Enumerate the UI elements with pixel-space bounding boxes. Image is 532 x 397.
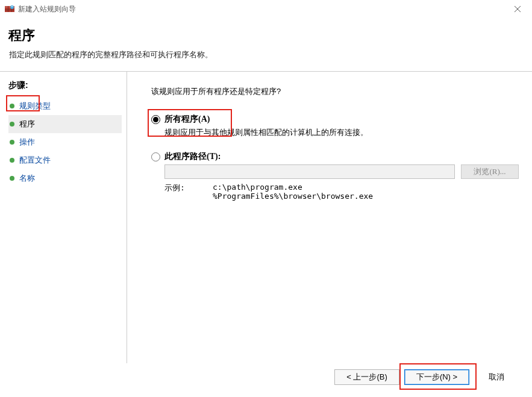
browse-button[interactable]: 浏览(R)... — [461, 164, 519, 179]
option-program-path-label: 此程序路径(T): — [164, 151, 221, 162]
example-row: 示例: c:\path\program.exe %ProgramFiles%\b… — [164, 183, 519, 201]
wizard-window: 新建入站规则向导 程序 指定此规则匹配的程序的完整程序路径和可执行程序名称。 步… — [0, 0, 532, 397]
program-path-row: 浏览(R)... — [164, 164, 519, 179]
cancel-button[interactable]: 取消 — [474, 369, 519, 385]
svg-rect-3 — [8, 6, 8, 12]
page-title: 程序 — [8, 27, 524, 45]
step-profile[interactable]: 配置文件 — [8, 151, 122, 169]
question-text: 该规则应用于所有程序还是特定程序? — [151, 86, 519, 97]
next-button[interactable]: 下一步(N) > — [404, 369, 469, 385]
footer: < 上一步(B) 下一步(N) > 取消 — [0, 363, 532, 397]
step-name[interactable]: 名称 — [8, 169, 122, 187]
back-button[interactable]: < 上一步(B) — [334, 369, 399, 385]
page-subtitle: 指定此规则匹配的程序的完整程序路径和可执行程序名称。 — [9, 49, 524, 60]
step-program[interactable]: 程序 — [8, 115, 122, 133]
body: 步骤: 规则类型 程序 操作 配置文件 — [0, 72, 532, 363]
radio-program-path[interactable] — [151, 152, 160, 161]
bullet-icon — [10, 122, 14, 127]
step-action[interactable]: 操作 — [8, 133, 122, 151]
close-icon — [515, 6, 521, 12]
program-path-input[interactable] — [164, 164, 455, 179]
window-title: 新建入站规则向导 — [18, 4, 505, 14]
step-label: 配置文件 — [19, 155, 51, 166]
header: 程序 指定此规则匹配的程序的完整程序路径和可执行程序名称。 — [0, 18, 532, 65]
option-all-programs-row: 所有程序(A) — [151, 114, 519, 125]
steps-heading: 步骤: — [8, 80, 122, 91]
svg-rect-2 — [5, 10, 14, 10]
bullet-icon — [10, 140, 14, 145]
example-values: c:\path\program.exe %ProgramFiles%\brows… — [213, 183, 373, 201]
option-all-programs-desc: 规则应用于与其他规则属性相匹配的计算机上的所有连接。 — [164, 127, 519, 138]
option-program-path-row: 此程序路径(T): — [151, 151, 519, 162]
step-label: 操作 — [19, 137, 35, 148]
content: 该规则应用于所有程序还是特定程序? 所有程序(A) 规则应用于与其他规则属性相匹… — [127, 72, 532, 363]
firewall-icon — [5, 4, 14, 14]
example-label: 示例: — [164, 183, 213, 201]
step-label: 名称 — [19, 173, 35, 184]
close-button[interactable] — [505, 1, 530, 17]
bullet-icon — [10, 158, 14, 163]
option-all-programs-label: 所有程序(A) — [164, 114, 210, 125]
step-label: 规则类型 — [19, 101, 51, 111]
step-rule-type[interactable]: 规则类型 — [8, 97, 122, 115]
steps-sidebar: 步骤: 规则类型 程序 操作 配置文件 — [0, 72, 127, 363]
step-label: 程序 — [19, 119, 35, 130]
bullet-icon — [10, 176, 14, 181]
radio-all-programs[interactable] — [151, 115, 160, 124]
titlebar: 新建入站规则向导 — [0, 0, 532, 18]
bullet-icon — [10, 104, 14, 108]
